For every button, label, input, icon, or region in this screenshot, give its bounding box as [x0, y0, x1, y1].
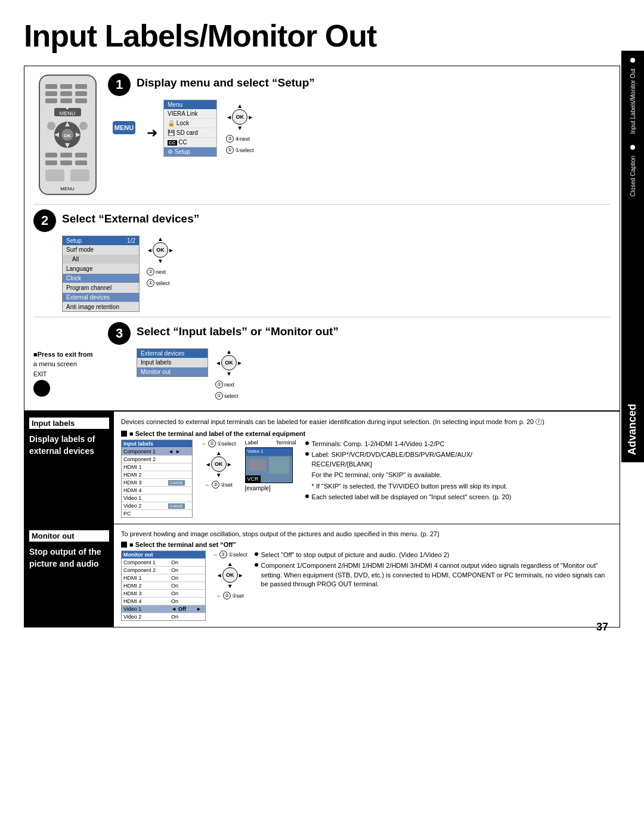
exit-button-icon[interactable] — [33, 380, 50, 397]
input-labels-table-wrapper: Input labels Component 1 ◄ ► Component 2 — [121, 440, 193, 518]
step2-content: 2 Select “External devices” Setup 1/2 Su… — [33, 208, 611, 312]
step3-heading-row: 3 Select “Input labels” or “Monitor out” — [108, 321, 611, 345]
step1-diagram: MENU ➜ Menu VIERA Link 🔒 Lock � — [108, 100, 611, 157]
step1-menu-header: Menu — [164, 100, 216, 109]
svg-rect-6 — [75, 91, 87, 96]
step1-dpad: ▲ ◄ OK ► ▼ — [226, 103, 254, 131]
monitor-out-intro: To prevent howling and image oscillation… — [121, 530, 612, 537]
mon-row-hdmi4: HDMI 4 On — [122, 598, 205, 605]
mon-row-comp1: Component 1 On — [122, 559, 205, 567]
step3-menu-header: External devices — [137, 349, 208, 358]
table-row-comp2: Component 2 — [122, 456, 192, 463]
s2-program: Program channel — [63, 283, 139, 293]
mon-row-hdmi1: HDMI 1 On — [122, 574, 205, 582]
step2-menu-header: Setup 1/2 — [63, 236, 139, 245]
monitor-out-table: Monitor out Component 1 On Component 2 O… — [121, 551, 206, 621]
step2-menu: Setup 1/2 Surf mode All Language Clock P… — [62, 236, 140, 312]
step1-row: MENU OK — [33, 72, 611, 199]
svg-text:▲: ▲ — [66, 106, 70, 110]
monitor-out-section: Monitor out Stop output of the picture a… — [24, 524, 620, 627]
step1-heading: Display menu and select “Setup” — [137, 76, 315, 89]
s2-surf-all: All — [63, 255, 139, 264]
video-thumb-label: Video 1 — [246, 448, 292, 455]
svg-rect-27 — [45, 169, 64, 181]
video-thumbnail: Video 1 VCR — [245, 447, 293, 483]
advanced-label: Advanced — [621, 397, 644, 462]
input-labels-select-heading: ■ Select the terminal and label of the e… — [121, 430, 612, 437]
svg-text:MENU: MENU — [60, 186, 75, 191]
divider1 — [33, 204, 611, 205]
svg-point-20 — [79, 122, 88, 130]
svg-rect-1 — [45, 84, 57, 89]
mon-row-video1: Video 1 ◄ Off ► — [122, 605, 205, 613]
il-bullet-5: Each selected label will be displayed on… — [305, 493, 612, 502]
il-bullet-list: Terminals: Comp. 1-2/HDMI 1-4/Video 1-2/… — [305, 440, 612, 502]
ok-button[interactable]: OK — [232, 109, 247, 125]
mon-select-hint2: ← ② ②set — [216, 592, 244, 599]
step3-ok-button[interactable]: OK — [221, 355, 237, 370]
input-labels-nav: ← ① ①select ▲ ◄ OK ► ▼ — [202, 440, 236, 489]
step2-nav: ▲ ◄ OK ► ▼ ② next — [147, 236, 174, 287]
remote-svg: MENU OK — [33, 72, 102, 197]
step2-heading-row: 2 Select “External devices” — [33, 208, 611, 232]
s2-antiimage: Anti image retention — [63, 302, 139, 311]
press-exit-text: ■Press to exit from — [33, 351, 93, 358]
black-square-icon2 — [121, 542, 127, 548]
s2-clock: Clock — [63, 274, 139, 283]
input-labels-subtitle: Display labels of external devices — [29, 434, 109, 457]
menu-button-area: MENU — [108, 116, 141, 140]
mon-row-hdmi3: HDMI 3 On — [122, 590, 205, 598]
table-row-hdmi2: HDMI 2 — [122, 471, 192, 479]
il-bullet-2: Label: SKIP*/VCR/DVD/CABLE/DBS/PVR/GAME/… — [305, 450, 612, 469]
svg-rect-28 — [70, 169, 89, 181]
input-labels-area: Input labels Component 1 ◄ ► Component 2 — [121, 440, 612, 518]
il-col-headers: Label Terminal Video 1 — [245, 440, 296, 491]
il-col-header-row: Label Terminal — [245, 440, 296, 446]
mon-bullet-1: Select "Off" to stop output of picture a… — [255, 551, 612, 559]
step2-ok-button[interactable]: OK — [153, 242, 168, 258]
il-bullet-3: For the PC terminal, only "SKIP" is avai… — [305, 471, 612, 480]
page-title: Input Labels/Monitor Out — [24, 18, 620, 54]
step3-nav: ▲ ◄ OK ► ▼ ② next — [215, 348, 243, 400]
step1-select-hint: ① ①select — [226, 146, 254, 154]
svg-rect-4 — [45, 91, 57, 96]
step1-content: 1 Display menu and select “Setup” MENU ➜ — [108, 72, 611, 157]
input-labels-bullets: Terminals: Comp. 1-2/HDMI 1-4/Video 1-2/… — [305, 440, 612, 503]
bullet-dot-icon3 — [305, 494, 309, 498]
svg-rect-7 — [45, 98, 57, 103]
step3-content: 3 Select “Input labels” or “Monitor out”… — [108, 321, 611, 400]
mon-bullet-dot1 — [255, 552, 258, 556]
step2-dpad: ▲ ◄ OK ► ▼ — [147, 236, 174, 264]
svg-rect-25 — [60, 160, 72, 165]
monitor-out-area: Monitor out Component 1 On Component 2 O… — [121, 551, 612, 621]
svg-rect-2 — [60, 84, 72, 89]
s2-external: External devices — [63, 293, 139, 302]
mon-row-hdmi2: HDMI 2 On — [122, 582, 205, 590]
il-ok-button[interactable]: OK — [211, 456, 227, 472]
step1-heading-row: 1 Display menu and select “Setup” — [108, 72, 611, 96]
input-labels-intro: Devices connected to external input term… — [121, 418, 612, 426]
input-labels-title: Input labels — [29, 418, 109, 429]
svg-rect-5 — [60, 91, 72, 96]
mon-row-video2: Video 2 On — [122, 613, 205, 620]
monitor-out-bullets: Select "Off" to stop output of picture a… — [255, 551, 612, 591]
mon-bullet-list: Select "Off" to stop output of picture a… — [255, 551, 612, 589]
il-dpad: ▲ ◄ OK ► ▼ — [205, 450, 233, 478]
table-row-video2: Video 2 GAME — [122, 502, 192, 510]
step3-next-hint: ② next — [215, 381, 243, 388]
step2-select-hint: ① select — [147, 279, 174, 287]
right-sidebar: Input Labels/Monitor Out Closed Caption — [621, 51, 644, 397]
table-row-pc: PC — [122, 510, 192, 517]
arrow1: ➜ — [147, 126, 157, 140]
step3-menu: External devices Input labels Monitor ou… — [137, 348, 208, 377]
svg-rect-22 — [60, 153, 72, 157]
step3-input-labels: Input labels — [137, 358, 208, 367]
step2-number: 2 — [33, 209, 56, 232]
remote-illustration: MENU OK — [33, 72, 102, 199]
divider2 — [33, 317, 611, 317]
svg-rect-21 — [45, 153, 57, 157]
monitor-out-subtitle: Stop output of the picture and audio — [29, 546, 109, 570]
step1-menu-box: Menu VIERA Link 🔒 Lock 💾 SD card CC CC ⚙… — [163, 100, 217, 157]
sidebar-dot1 — [630, 58, 635, 63]
mon-ok-button[interactable]: OK — [222, 567, 238, 583]
